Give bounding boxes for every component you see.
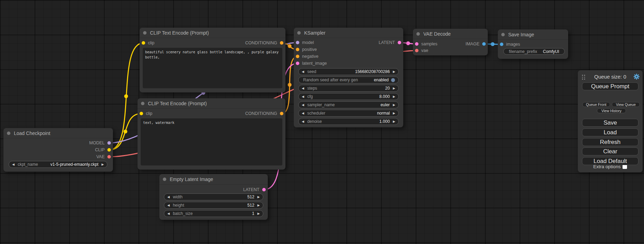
queue-prompt-button[interactable]: Queue Prompt <box>582 82 638 90</box>
input-port-samples[interactable]: samples <box>415 40 438 47</box>
node-header[interactable]: VAE Decode <box>413 29 488 39</box>
node-load-checkpoint[interactable]: Load Checkpoint MODEL CLIP VAE ckpt_name… <box>3 128 113 172</box>
node-header[interactable]: KSampler <box>294 28 403 38</box>
right-arrow-icon[interactable] <box>257 212 260 215</box>
width-widget[interactable]: width 512 <box>164 193 263 200</box>
right-arrow-icon[interactable] <box>393 103 395 107</box>
filename-prefix-widget[interactable]: filename_prefix ComfyUI <box>503 48 565 55</box>
node-ksampler[interactable]: KSampler model positive negative latent_… <box>294 28 403 127</box>
node-header[interactable]: CLIP Text Encode (Prompt) <box>140 28 285 38</box>
input-port-images[interactable]: images <box>500 41 520 48</box>
random-seed-toggle-widget[interactable]: Random seed after every gen enabled <box>298 76 399 83</box>
node-header[interactable]: CLIP Text Encode (Prompt) <box>138 98 285 109</box>
collapse-dot[interactable] <box>297 31 301 35</box>
load-default-button[interactable]: Load Default <box>582 157 638 165</box>
right-arrow-icon[interactable] <box>393 112 395 115</box>
input-port-negative[interactable]: negative <box>296 53 318 60</box>
batch-size-widget[interactable]: batch_size 1 <box>164 210 263 217</box>
seed-widget[interactable]: seed 156680208700286 <box>298 68 399 75</box>
output-port-latent[interactable]: LATENT <box>379 39 401 46</box>
output-port-latent[interactable]: LATENT <box>243 186 266 193</box>
input-port-vae[interactable]: vae <box>415 47 428 54</box>
left-arrow-icon[interactable] <box>167 212 170 215</box>
latent-port-icon[interactable] <box>296 62 299 65</box>
node-header[interactable]: Save Image <box>498 29 568 40</box>
image-port-icon[interactable] <box>482 42 486 46</box>
latent-port-icon[interactable] <box>415 42 418 46</box>
prompt-textarea[interactable]: text, watermark <box>141 118 282 165</box>
left-arrow-icon[interactable] <box>167 204 170 207</box>
left-arrow-icon[interactable] <box>302 112 304 115</box>
output-port-vae[interactable]: VAE <box>96 153 111 160</box>
conditioning-port-icon[interactable] <box>280 112 283 115</box>
node-header[interactable]: Load Checkpoint <box>3 128 113 138</box>
input-port-positive[interactable]: positive <box>296 46 317 53</box>
conditioning-port-icon[interactable] <box>280 41 283 45</box>
right-arrow-icon[interactable] <box>393 87 395 90</box>
vae-port-icon[interactable] <box>415 49 418 52</box>
save-button[interactable]: Save <box>582 119 638 127</box>
clear-button[interactable]: Clear <box>582 147 638 155</box>
left-arrow-icon[interactable] <box>302 120 304 123</box>
output-port-conditioning[interactable]: CONDITIONING <box>245 39 283 46</box>
output-port-conditioning[interactable]: CONDITIONING <box>245 110 283 117</box>
view-queue-button[interactable]: View Queue <box>612 102 640 107</box>
left-arrow-icon[interactable] <box>302 95 304 98</box>
node-save-image[interactable]: Save Image images filename_prefix ComfyU… <box>498 29 568 59</box>
node-clip-text-encode-negative[interactable]: CLIP Text Encode (Prompt) clip CONDITION… <box>138 98 285 170</box>
node-empty-latent-image[interactable]: Empty Latent Image LATENT width 512 heig… <box>159 174 268 220</box>
latent-port-icon[interactable] <box>262 188 266 191</box>
left-arrow-icon[interactable] <box>302 87 304 90</box>
collapse-dot[interactable] <box>501 33 505 36</box>
latent-port-icon[interactable] <box>398 41 401 44</box>
collapse-dot[interactable] <box>163 178 166 181</box>
graph-canvas[interactable]: Load Checkpoint MODEL CLIP VAE ckpt_name… <box>0 0 644 244</box>
vae-port-icon[interactable] <box>107 155 111 159</box>
cfg-widget[interactable]: cfg 8.000 <box>298 93 399 100</box>
node-header[interactable]: Empty Latent Image <box>159 174 268 184</box>
input-port-model[interactable]: model <box>296 39 314 46</box>
left-arrow-icon[interactable] <box>302 103 304 107</box>
left-arrow-icon[interactable] <box>167 196 170 199</box>
right-arrow-icon[interactable] <box>257 204 260 207</box>
image-port-icon[interactable] <box>500 43 503 46</box>
gear-icon[interactable] <box>634 74 639 80</box>
scheduler-widget[interactable]: scheduler normal <box>298 110 399 117</box>
load-button[interactable]: Load <box>582 128 638 136</box>
collapse-dot[interactable] <box>143 31 147 35</box>
queue-front-button[interactable]: Queue Front <box>582 102 610 107</box>
input-port-clip[interactable]: clip <box>140 110 152 117</box>
output-port-image[interactable]: IMAGE <box>466 40 486 47</box>
sampler-name-widget[interactable]: sampler_name euler <box>298 101 399 108</box>
right-arrow-icon[interactable] <box>393 70 395 73</box>
input-port-clip[interactable]: clip <box>142 39 155 46</box>
right-arrow-icon[interactable] <box>102 163 104 166</box>
toggle-enabled-icon[interactable] <box>391 78 395 82</box>
denoise-widget[interactable]: denoise 1.000 <box>298 118 399 125</box>
right-arrow-icon[interactable] <box>257 196 260 199</box>
conditioning-port-icon[interactable] <box>296 55 299 58</box>
clip-port-icon[interactable] <box>142 41 145 45</box>
refresh-button[interactable]: Refresh <box>582 138 638 146</box>
model-port-icon[interactable] <box>296 41 299 44</box>
output-port-clip[interactable]: CLIP <box>95 146 111 153</box>
collapse-dot[interactable] <box>141 102 144 105</box>
left-arrow-icon[interactable] <box>302 70 304 73</box>
conditioning-port-icon[interactable] <box>296 48 299 51</box>
output-port-model[interactable]: MODEL <box>89 139 111 146</box>
node-vae-decode[interactable]: VAE Decode samples vae IMAGE <box>413 29 488 55</box>
node-clip-text-encode-positive[interactable]: CLIP Text Encode (Prompt) clip CONDITION… <box>140 28 285 92</box>
collapse-dot[interactable] <box>7 132 10 135</box>
view-history-button[interactable]: View History <box>597 108 626 113</box>
clip-port-icon[interactable] <box>140 112 143 115</box>
right-arrow-icon[interactable] <box>393 120 395 123</box>
queue-panel[interactable]: Queue size: 0 Queue Prompt Extra options… <box>578 70 643 172</box>
input-port-latent-image[interactable]: latent_image <box>296 60 327 67</box>
prompt-textarea[interactable]: beautiful scenery nature glass bottle la… <box>143 48 282 88</box>
right-arrow-icon[interactable] <box>393 95 395 98</box>
steps-widget[interactable]: steps 20 <box>298 85 399 92</box>
height-widget[interactable]: height 512 <box>164 202 263 209</box>
model-port-icon[interactable] <box>107 141 111 145</box>
left-arrow-icon[interactable] <box>12 163 15 166</box>
clip-port-icon[interactable] <box>107 148 111 152</box>
